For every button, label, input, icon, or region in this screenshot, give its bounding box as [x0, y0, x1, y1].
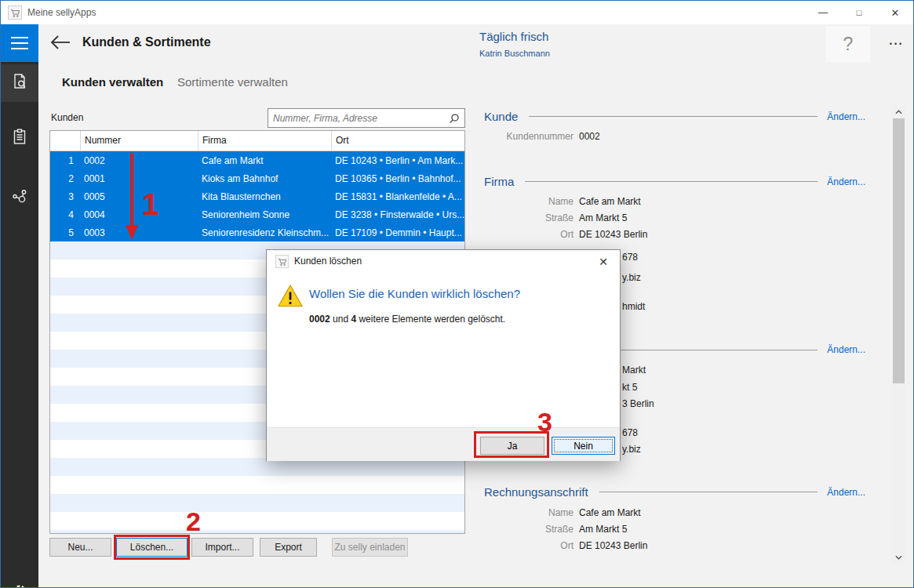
- field-value: DE 10243 Berlin: [579, 540, 647, 551]
- covered-text-fragment: Markt: [622, 365, 646, 376]
- section-header-rechnungsanschrift: Rechnungsanschrift Ändern...: [484, 485, 865, 499]
- field-firma-ort: OrtDE 10243 Berlin: [484, 229, 865, 240]
- scrollbar-thumb[interactable]: [893, 118, 905, 383]
- row-index: 4: [50, 209, 80, 220]
- field-value: Cafe am Markt: [579, 507, 641, 518]
- field-label: Straße: [484, 524, 574, 535]
- annotation-step-2: 2: [186, 506, 201, 537]
- table-row[interactable]: 5 0003 Seniorenresidenz Kleinschm... DE …: [50, 223, 464, 241]
- field-label: Name: [484, 507, 574, 518]
- delete-confirmation-dialog: Kunden löschen ✕ Wollen Sie die Kunden w…: [266, 249, 621, 461]
- table-row[interactable]: 4 0004 Seniorenheim Sonne DE 3238 • Fins…: [50, 205, 464, 223]
- user-name: Katrin Buschmann: [479, 49, 550, 58]
- covered-text-fragment: y.biz: [622, 272, 641, 283]
- dialog-no-button[interactable]: Nein: [552, 437, 615, 455]
- field-rechnung-ort: OrtDE 10243 Berlin: [484, 540, 865, 551]
- arrow-left-icon: [49, 39, 71, 53]
- annotation-arrow-down: [120, 151, 144, 245]
- field-value: Am Markt 5: [579, 524, 627, 535]
- hamburger-menu-button[interactable]: [1, 24, 38, 62]
- dialog-cart-icon: [275, 255, 289, 268]
- row-index: 1: [50, 155, 80, 166]
- document-search-icon: [9, 71, 30, 95]
- row-ort: DE 3238 • Finsterwalde • Urs...: [331, 209, 464, 220]
- scroll-down-icon[interactable]: [892, 551, 905, 564]
- gear-icon: [9, 582, 30, 588]
- row-index: 3: [50, 191, 80, 202]
- sidebar-item-settings[interactable]: [1, 575, 38, 588]
- table-row[interactable]: 1 0002 Cafe am Markt DE 10243 • Berlin •…: [50, 151, 464, 169]
- annotation-step-3: 3: [537, 407, 552, 437]
- column-header-index[interactable]: [50, 131, 80, 151]
- field-label: Straße: [484, 212, 574, 223]
- help-button[interactable]: ?: [826, 26, 870, 62]
- sidebar-item-share[interactable]: [1, 180, 38, 217]
- minimize-button[interactable]: —: [805, 1, 841, 24]
- clipboard-icon: [9, 127, 30, 151]
- divider: [599, 492, 818, 492]
- window-title: Meine sellyApps: [27, 7, 96, 18]
- row-ort: DE 15831 • Blankenfelde • A...: [331, 191, 464, 202]
- tab-sortimente-verwalten[interactable]: Sortimente verwalten: [177, 75, 288, 89]
- tab-kunden-verwalten[interactable]: Kunden verwalten: [62, 75, 163, 89]
- export-button[interactable]: Export: [260, 538, 317, 557]
- field-value: 0002: [579, 131, 600, 142]
- row-firma: Seniorenheim Sonne: [198, 209, 331, 220]
- row-firma: Seniorenresidenz Kleinschm...: [198, 227, 331, 238]
- section-title: Kunde: [484, 110, 518, 123]
- back-button[interactable]: [49, 34, 71, 50]
- maximize-button[interactable]: □: [841, 1, 877, 24]
- dialog-close-icon[interactable]: ✕: [595, 254, 612, 270]
- app-window: Meine sellyApps — □ ✕: [0, 0, 914, 588]
- dialog-titlebar: Kunden löschen ✕: [267, 250, 620, 272]
- message-text: und: [330, 314, 351, 325]
- row-index: 5: [50, 227, 80, 238]
- dialog-title: Kunden löschen: [294, 256, 362, 267]
- section-title: Rechnungsanschrift: [484, 485, 588, 499]
- table-row[interactable]: 3 0005 Kita Blausternchen DE 15831 • Bla…: [50, 187, 464, 205]
- import-button[interactable]: Import...: [191, 538, 253, 557]
- invite-to-selly-button[interactable]: Zu selly einladen: [332, 538, 408, 557]
- message-bold: 0002: [309, 314, 330, 325]
- column-header-firma[interactable]: Firma: [198, 131, 331, 151]
- field-firma-name: NameCafe am Markt: [484, 196, 865, 207]
- field-label: Ort: [484, 229, 574, 240]
- sidebar-item-lists[interactable]: [1, 120, 38, 158]
- search-input[interactable]: [273, 111, 442, 125]
- table-row[interactable]: 2 0001 Kioks am Bahnhof DE 10365 • Berli…: [50, 169, 464, 187]
- row-firma: Kita Blausternchen: [198, 191, 331, 202]
- change-link-rechnungsanschrift[interactable]: Ändern...: [827, 487, 865, 498]
- warning-icon: [277, 284, 304, 311]
- table-header: Nummer Firma Ort: [50, 131, 464, 151]
- change-link-firma[interactable]: Ändern...: [827, 176, 865, 187]
- customers-panel-label: Kunden: [51, 112, 83, 123]
- covered-text-fragment: 3 Berlin: [622, 398, 654, 409]
- row-index: 2: [50, 173, 80, 184]
- divider: [529, 116, 818, 117]
- page-header: Kunden & Sortimente Täglich frisch Katri…: [38, 24, 914, 103]
- covered-text-fragment: 678: [622, 252, 638, 263]
- details-scrollbar[interactable]: [892, 106, 905, 564]
- covered-text-fragment: 678: [622, 427, 638, 438]
- row-ort: DE 17109 • Demmin • Haupt...: [331, 227, 464, 238]
- dialog-heading: Wollen Sie die Kunden wirklich löschen?: [309, 287, 520, 300]
- column-header-ort[interactable]: Ort: [331, 131, 464, 151]
- field-label: Kundennummer: [484, 131, 574, 142]
- column-header-nummer[interactable]: Nummer: [80, 131, 198, 151]
- more-options-button[interactable]: •••: [879, 26, 914, 62]
- change-link-kunde[interactable]: Ändern...: [827, 111, 865, 122]
- field-kundennummer: Kundennummer0002: [484, 131, 865, 142]
- sidebar-item-customers[interactable]: [1, 64, 38, 102]
- message-text: weitere Elemente werden gelöscht.: [356, 314, 505, 325]
- covered-text-fragment: y.biz: [622, 444, 641, 455]
- search-icon[interactable]: [449, 113, 460, 127]
- change-link-covered[interactable]: Ändern...: [827, 344, 865, 355]
- covered-text-fragment: hmidt: [622, 301, 645, 312]
- field-value: Cafe am Markt: [579, 196, 641, 207]
- new-button[interactable]: Neu...: [49, 538, 111, 557]
- close-button[interactable]: ✕: [877, 1, 913, 24]
- scroll-up-icon[interactable]: [892, 106, 905, 118]
- annotation-step-1: 1: [142, 188, 158, 222]
- company-name: Täglich frisch: [479, 30, 548, 43]
- annotation-box-delete: [114, 535, 190, 560]
